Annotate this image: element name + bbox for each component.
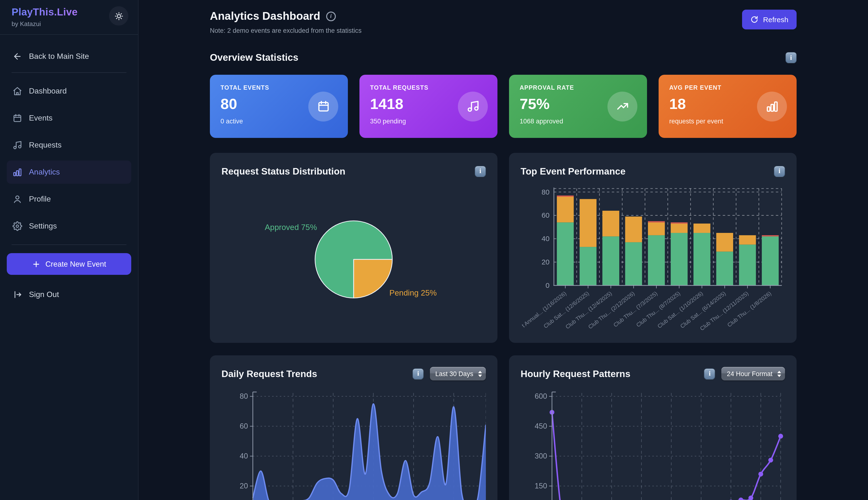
- refresh-label: Refresh: [763, 15, 788, 24]
- bar-chart-icon: [13, 167, 22, 177]
- sidebar-item-dashboard[interactable]: Dashboard: [7, 80, 131, 103]
- svg-text:150: 150: [535, 482, 547, 490]
- svg-text:80: 80: [542, 188, 549, 196]
- stat-card-label: AVG PER EVENT: [669, 84, 786, 91]
- sidebar-divider: [12, 72, 126, 73]
- app-root: PlayThis.Live by Katazui Back to Main Si…: [0, 0, 868, 500]
- refresh-button[interactable]: Refresh: [742, 10, 797, 30]
- sidebar: PlayThis.Live by Katazui Back to Main Si…: [0, 0, 138, 500]
- create-new-event-button[interactable]: Create New Event: [7, 253, 131, 275]
- bar-chart-icon: [766, 100, 779, 113]
- panel-request-status-distribution: Request Status Distribution i Approved 7…: [210, 153, 498, 343]
- svg-text:40: 40: [240, 452, 248, 460]
- panel-title: Hourly Request Patterns: [521, 368, 630, 379]
- calendar-icon: [317, 100, 330, 113]
- select-arrows-icon: [777, 371, 781, 377]
- panel-title: Top Event Performance: [521, 166, 625, 177]
- stat-card-icon-circle: [608, 91, 637, 121]
- panel-daily-request-trends: Daily Request Trends i Last 30 Days 2040…: [210, 355, 498, 500]
- daily-range-value: Last 30 Days: [435, 370, 473, 377]
- back-to-main-site-link[interactable]: Back to Main Site: [7, 47, 131, 66]
- stat-card-label: APPROVAL RATE: [520, 84, 636, 91]
- svg-text:Approved 75%: Approved 75%: [265, 223, 317, 232]
- sidebar-item-label: Analytics: [29, 168, 60, 177]
- sidebar-item-label: Requests: [29, 141, 62, 149]
- page-header: Analytics Dashboard i Note: 2 demo event…: [210, 10, 797, 34]
- home-icon: [13, 86, 22, 96]
- user-icon: [13, 194, 22, 204]
- trending-up-icon: [616, 100, 629, 113]
- svg-text:60: 60: [542, 211, 549, 219]
- theme-toggle-button[interactable]: [109, 6, 128, 25]
- info-icon[interactable]: i: [704, 368, 715, 379]
- panel-hourly-request-patterns: Hourly Request Patterns i 24 Hour Format…: [509, 355, 797, 500]
- panel-title: Daily Request Trends: [221, 368, 317, 379]
- info-icon[interactable]: i: [774, 166, 785, 177]
- stat-card-icon-circle: [458, 91, 488, 121]
- svg-text:0: 0: [545, 281, 549, 289]
- svg-text:300: 300: [535, 452, 547, 460]
- sidebar-item-label: Profile: [29, 195, 51, 204]
- sidebar-item-analytics[interactable]: Analytics: [7, 161, 131, 184]
- stat-card-label: TOTAL EVENTS: [221, 84, 337, 91]
- panel-top-event-performance: Top Event Performance i 020406080t Annua…: [509, 153, 797, 343]
- sidebar-item-label: Dashboard: [29, 87, 67, 95]
- svg-text:450: 450: [535, 422, 547, 430]
- demo-events-note: Note: 2 demo events are excluded from th…: [210, 27, 361, 34]
- sign-out-label: Sign Out: [29, 290, 59, 299]
- select-arrows-icon: [478, 371, 482, 377]
- info-icon[interactable]: i: [475, 166, 486, 177]
- brand-logo: PlayThis.Live: [12, 6, 78, 18]
- main-content: Analytics Dashboard i Note: 2 demo event…: [138, 0, 868, 500]
- stat-card-avg-per-event: AVG PER EVENT18requests per event: [659, 75, 797, 138]
- hour-format-value: 24 Hour Format: [727, 370, 772, 377]
- stat-cards-row: TOTAL EVENTS800 activeTOTAL REQUESTS1418…: [210, 75, 797, 138]
- stacked-bar-chart: 020406080t Annual... (1/16/2026)Club Sat…: [521, 182, 785, 331]
- plus-icon: [32, 260, 41, 268]
- info-icon[interactable]: i: [326, 11, 336, 21]
- line-chart: 150300450600: [521, 384, 785, 500]
- back-to-main-site-label: Back to Main Site: [29, 52, 89, 61]
- svg-text:Club Thu... (8/7/2025): Club Thu... (8/7/2025): [635, 290, 681, 328]
- svg-text:Club Thu... (7/3/2025): Club Thu... (7/3/2025): [612, 290, 659, 328]
- music-note-icon: [13, 140, 22, 150]
- sidebar-divider: [12, 245, 126, 245]
- sidebar-header: PlayThis.Live by Katazui: [0, 0, 138, 35]
- info-icon[interactable]: i: [413, 368, 424, 379]
- sidebar-item-events[interactable]: Events: [7, 106, 131, 130]
- stat-card-icon-circle: [757, 91, 787, 121]
- brand-byline: by Katazui: [12, 20, 78, 27]
- svg-text:20: 20: [240, 482, 248, 490]
- page-title: Analytics Dashboard: [210, 10, 320, 23]
- sign-out-button[interactable]: Sign Out: [7, 285, 131, 304]
- svg-text:20: 20: [542, 258, 549, 266]
- sidebar-item-requests[interactable]: Requests: [7, 134, 131, 157]
- svg-text:Pending 25%: Pending 25%: [389, 288, 437, 297]
- stat-card-label: TOTAL REQUESTS: [370, 84, 487, 91]
- sidebar-nav: DashboardEventsRequestsAnalyticsProfileS…: [7, 80, 131, 238]
- arrow-left-icon: [13, 52, 22, 61]
- sidebar-item-label: Events: [29, 114, 53, 123]
- sidebar-body: Back to Main Site DashboardEventsRequest…: [0, 35, 138, 304]
- sign-out-icon: [13, 290, 22, 299]
- svg-text:600: 600: [535, 392, 547, 400]
- overview-heading: Overview Statistics: [210, 52, 298, 63]
- sidebar-item-label: Settings: [29, 222, 57, 230]
- svg-text:40: 40: [542, 235, 549, 242]
- stat-card-total-requests: TOTAL REQUESTS1418350 pending: [359, 75, 498, 138]
- info-icon[interactable]: i: [786, 52, 797, 63]
- pie-chart: Approved 75%Pending 25%: [221, 182, 486, 331]
- area-chart: 20406080: [221, 384, 486, 500]
- stat-card-total-events: TOTAL EVENTS800 active: [210, 75, 348, 138]
- daily-range-select[interactable]: Last 30 Days: [430, 367, 486, 380]
- overview-section-header: Overview Statistics i: [210, 52, 797, 63]
- hour-format-select[interactable]: 24 Hour Format: [722, 367, 785, 380]
- gear-icon: [13, 221, 22, 231]
- calendar-icon: [13, 113, 22, 123]
- svg-text:80: 80: [240, 392, 248, 400]
- stat-card-approval-rate: APPROVAL RATE75%1068 approved: [509, 75, 647, 138]
- sidebar-item-settings[interactable]: Settings: [7, 215, 131, 238]
- music-note-icon: [466, 100, 479, 113]
- refresh-icon: [750, 15, 759, 24]
- sidebar-item-profile[interactable]: Profile: [7, 188, 131, 211]
